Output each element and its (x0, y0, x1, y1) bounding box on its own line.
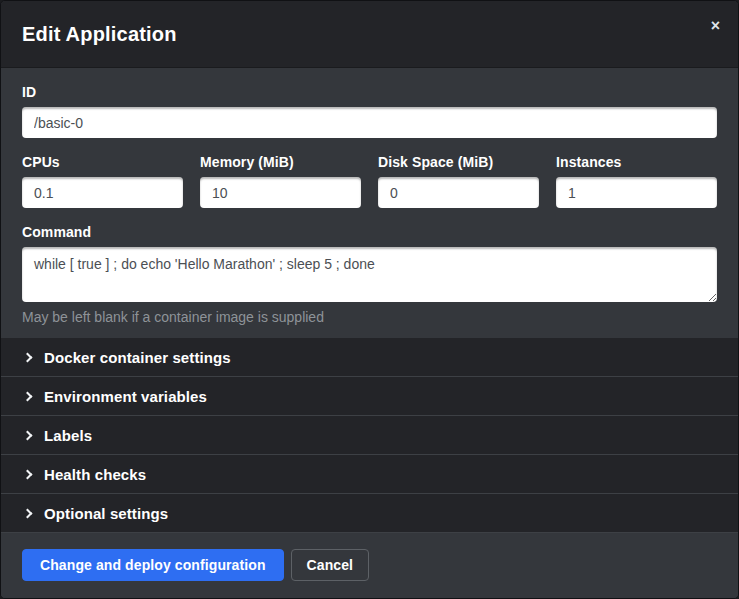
section-labels[interactable]: Labels (1, 416, 738, 455)
section-environment-variables[interactable]: Environment variables (1, 377, 738, 416)
memory-field-group: Memory (MiB) (200, 154, 361, 208)
modal-footer: Change and deploy configuration Cancel (1, 533, 738, 598)
modal-header: Edit Application × (1, 1, 738, 68)
section-docker-container-settings[interactable]: Docker container settings (1, 338, 738, 377)
id-label: ID (22, 84, 717, 100)
section-optional-settings[interactable]: Optional settings (1, 494, 738, 533)
instances-input[interactable] (556, 177, 717, 208)
section-label: Environment variables (44, 388, 207, 405)
section-health-checks[interactable]: Health checks (1, 455, 738, 494)
section-label: Labels (44, 427, 92, 444)
memory-input[interactable] (200, 177, 361, 208)
id-field-group: ID (22, 84, 717, 138)
disk-label: Disk Space (MiB) (378, 154, 539, 170)
section-label: Health checks (44, 466, 146, 483)
change-and-deploy-button[interactable]: Change and deploy configuration (22, 549, 284, 581)
section-label: Docker container settings (44, 349, 231, 366)
cancel-button[interactable]: Cancel (291, 549, 370, 581)
chevron-right-icon (23, 352, 33, 362)
section-label: Optional settings (44, 505, 168, 522)
disk-field-group: Disk Space (MiB) (378, 154, 539, 208)
resources-row: CPUs Memory (MiB) Disk Space (MiB) Insta… (22, 154, 717, 208)
chevron-right-icon (23, 469, 33, 479)
command-label: Command (22, 224, 717, 240)
chevron-right-icon (23, 430, 33, 440)
memory-label: Memory (MiB) (200, 154, 361, 170)
command-field-group: Command while [ true ] ; do echo 'Hello … (22, 224, 717, 325)
instances-label: Instances (556, 154, 717, 170)
chevron-right-icon (23, 391, 33, 401)
command-help-text: May be left blank if a container image i… (22, 309, 717, 325)
instances-field-group: Instances (556, 154, 717, 208)
edit-application-modal: Edit Application × ID CPUs Memory (MiB) … (0, 0, 739, 599)
accordion-sections: Docker container settings Environment va… (1, 338, 738, 533)
cpus-input[interactable] (22, 177, 183, 208)
close-icon[interactable]: × (705, 14, 726, 38)
application-form: ID CPUs Memory (MiB) Disk Space (MiB) In… (1, 68, 738, 338)
modal-title: Edit Application (22, 23, 177, 46)
command-textarea[interactable]: while [ true ] ; do echo 'Hello Marathon… (22, 247, 717, 302)
cpus-field-group: CPUs (22, 154, 183, 208)
cpus-label: CPUs (22, 154, 183, 170)
disk-input[interactable] (378, 177, 539, 208)
id-input[interactable] (22, 107, 717, 138)
chevron-right-icon (23, 508, 33, 518)
